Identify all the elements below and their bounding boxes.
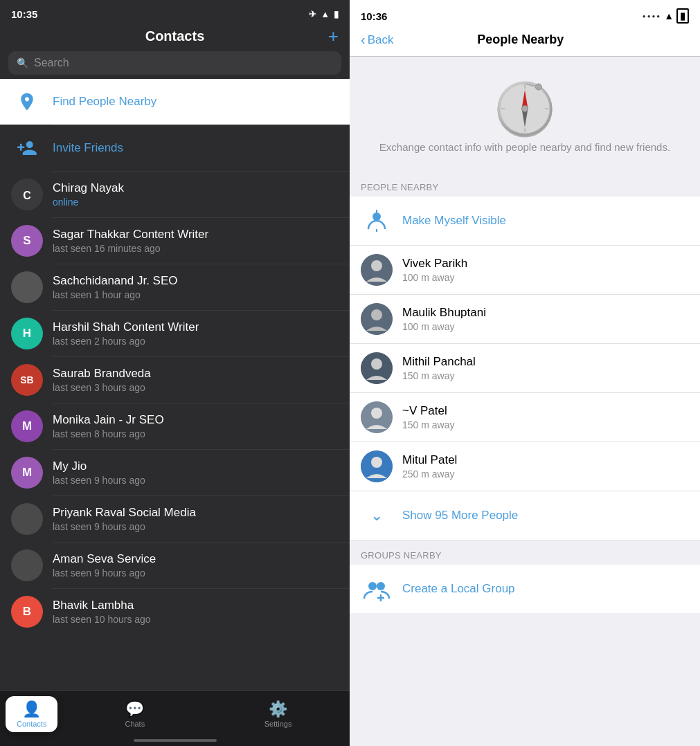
contact-info: My Jio last seen 9 hours ago xyxy=(53,460,339,486)
battery-icon: ▮ xyxy=(334,9,339,19)
add-contact-button[interactable]: + xyxy=(328,26,339,47)
list-item[interactable]: Maulik Bhuptani 100 m away xyxy=(350,295,700,344)
contact-info: Maulik Bhuptani 100 m away xyxy=(402,306,689,332)
contact-info: Vivek Parikh 100 m away xyxy=(402,257,689,283)
contact-name: Chirag Nayak xyxy=(53,181,339,195)
svg-point-26 xyxy=(371,457,382,468)
groups-nearby-header: GROUPS NEARBY xyxy=(350,540,700,565)
list-item[interactable]: Vivek Parikh 100 m away xyxy=(350,246,700,295)
list-item[interactable]: Sachchidanand Jr. SEO last seen 1 hour a… xyxy=(0,264,350,310)
bottom-tabs: 👤 Contacts 💬 Chats ⚙️ Settings xyxy=(0,690,350,746)
contact-info: Harshil Shah Content Writer last seen 2 … xyxy=(53,320,339,347)
list-item[interactable]: Mithil Panchal 150 m away xyxy=(350,344,700,393)
show-more-people-item[interactable]: ⌄ Show 95 More People xyxy=(350,491,700,540)
time-left: 10:35 xyxy=(11,8,37,20)
status-bar-left: 10:35 ✈ ▲ ▮ xyxy=(0,0,350,23)
avatar xyxy=(361,352,393,384)
avatar xyxy=(361,303,393,335)
contact-name: Mithil Panchal xyxy=(402,355,689,369)
left-header: Contacts + xyxy=(0,23,350,51)
invite-friends-info: Invite Friends xyxy=(53,141,339,155)
people-nearby-list: Make Myself Visible Vivek Parikh 100 m a… xyxy=(350,197,700,540)
chevron-down-icon: ⌄ xyxy=(361,500,393,531)
people-nearby-header: PEOPLE NEARBY xyxy=(350,172,700,197)
list-item[interactable]: S Sagar Thakkar Content Writer last seen… xyxy=(0,218,350,264)
search-bar[interactable]: 🔍 Search xyxy=(8,51,341,75)
contact-name: Sachchidanand Jr. SEO xyxy=(53,274,339,288)
contact-name: Maulik Bhuptani xyxy=(402,306,689,320)
find-nearby-label: Find People Nearby xyxy=(53,95,339,109)
invite-friends-item[interactable]: Invite Friends xyxy=(0,125,350,171)
list-item[interactable]: SB Saurab Brandveda last seen 3 hours ag… xyxy=(0,357,350,403)
contact-status: last seen 1 hour ago xyxy=(53,289,339,300)
contact-info: Priyank Raval Social Media last seen 9 h… xyxy=(53,506,339,532)
contact-info: ~V Patel 150 m away xyxy=(402,404,689,430)
svg-text:C: C xyxy=(23,190,31,201)
contacts-tab-icon: 👤 xyxy=(22,700,41,718)
contact-name: My Jio xyxy=(53,460,339,473)
back-label: Back xyxy=(368,33,394,47)
battery-icon-right: ▮ xyxy=(676,8,689,24)
svg-point-20 xyxy=(371,309,382,320)
dots-icon: ●●●● xyxy=(643,13,661,19)
list-item[interactable]: M My Jio last seen 9 hours ago xyxy=(0,450,350,495)
contact-status: last seen 16 minutes ago xyxy=(53,243,339,254)
list-item[interactable]: Priyank Raval Social Media last seen 9 h… xyxy=(0,496,350,542)
svg-point-27 xyxy=(368,582,377,590)
tab-chats[interactable]: 💬 Chats xyxy=(63,696,206,732)
tab-contacts[interactable]: 👤 Contacts xyxy=(6,696,57,732)
contacts-title: Contacts xyxy=(145,28,205,44)
back-chevron-icon: ‹ xyxy=(361,32,366,48)
contact-info: Saurab Brandveda last seen 3 hours ago xyxy=(53,367,339,393)
list-item[interactable]: B Bhavik Lambha last seen 10 hours ago xyxy=(0,589,350,635)
chats-tab-label: Chats xyxy=(125,720,145,728)
time-right: 10:36 xyxy=(361,10,387,22)
contact-info: Mitul Patel 250 m away xyxy=(402,453,689,480)
contact-distance: 150 m away xyxy=(402,419,689,430)
create-local-group-label: Create a Local Group xyxy=(402,582,515,596)
search-icon: 🔍 xyxy=(17,57,28,69)
svg-point-11 xyxy=(522,106,528,112)
create-local-group-item[interactable]: Create a Local Group xyxy=(350,565,700,613)
contact-status: last seen 9 hours ago xyxy=(53,521,339,532)
contact-name: Sagar Thakkar Content Writer xyxy=(53,228,339,242)
find-people-nearby-item[interactable]: Find People Nearby xyxy=(0,79,350,125)
contact-name: Monika Jain - Jr SEO xyxy=(53,413,339,427)
contacts-list: Find People Nearby Invite Friends C xyxy=(0,79,350,690)
chats-tab-icon: 💬 xyxy=(125,700,144,718)
list-item[interactable]: Mitul Patel 250 m away xyxy=(350,442,700,491)
contact-name: Saurab Brandveda xyxy=(53,367,339,381)
contact-info: Sagar Thakkar Content Writer last seen 1… xyxy=(53,228,339,254)
back-button[interactable]: ‹ Back xyxy=(361,32,393,48)
list-item[interactable]: ~V Patel 150 m away xyxy=(350,393,700,442)
search-input[interactable]: Search xyxy=(34,57,69,69)
avatar: M xyxy=(11,410,43,442)
groups-nearby-list: Create a Local Group xyxy=(350,565,700,613)
contact-info: Sachchidanand Jr. SEO last seen 1 hour a… xyxy=(53,274,339,300)
contact-status: online xyxy=(53,197,339,208)
avatar: B xyxy=(11,596,43,628)
contact-info: Chirag Nayak online xyxy=(53,181,339,208)
make-visible-item[interactable]: Make Myself Visible xyxy=(350,197,700,246)
tab-settings[interactable]: ⚙️ Settings xyxy=(206,696,350,732)
show-more-label: Show 95 More People xyxy=(402,509,518,522)
list-item[interactable]: M Monika Jain - Jr SEO last seen 8 hours… xyxy=(0,403,350,449)
settings-tab-label: Settings xyxy=(264,720,292,728)
list-item[interactable]: Aman Seva Service last seen 9 hours ago xyxy=(0,543,350,588)
contact-status: last seen 9 hours ago xyxy=(53,567,339,579)
svg-point-24 xyxy=(371,408,382,419)
contact-distance: 150 m away xyxy=(402,370,689,381)
contact-name: Vivek Parikh xyxy=(402,257,689,271)
contact-info: Bhavik Lambha last seen 10 hours ago xyxy=(53,599,339,625)
list-item[interactable]: H Harshil Shah Content Writer last seen … xyxy=(0,311,350,356)
avatar: S xyxy=(11,225,43,257)
contact-name: ~V Patel xyxy=(402,404,689,418)
avatar xyxy=(361,451,393,482)
avatar: C xyxy=(11,179,43,210)
svg-point-22 xyxy=(371,358,382,370)
compass-description: Exchange contact info with people nearby… xyxy=(379,140,670,156)
make-visible-label: Make Myself Visible xyxy=(402,214,506,228)
create-group-icon xyxy=(361,573,393,605)
list-item[interactable]: C Chirag Nayak online xyxy=(0,172,350,217)
status-bar-right: 10:36 ●●●● ▲ ▮ xyxy=(350,0,700,26)
